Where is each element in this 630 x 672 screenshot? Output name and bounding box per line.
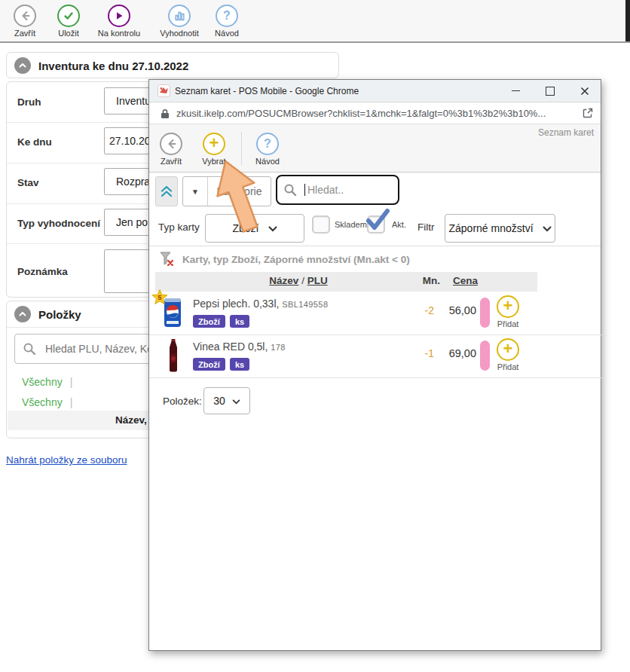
items-column-header: Název, — [115, 414, 147, 426]
popup-window: Seznam karet - POS Mobile - Google Chrom… — [148, 79, 601, 651]
main-toolbar: Zavřít Uložit Na kontrolu Vyhodnotit ? N… — [0, 0, 630, 43]
search-icon — [23, 342, 36, 356]
type-badge[interactable]: Zboží — [193, 315, 225, 328]
back-arrow-icon — [160, 133, 182, 155]
lock-icon — [161, 108, 170, 122]
product-name: Pepsi plech. 0,33l, SBL149558 — [193, 298, 328, 310]
sort-by-name[interactable]: Název — [269, 275, 298, 286]
stav-label: Stav — [17, 177, 39, 188]
filter-all-link-1[interactable]: Všechny — [22, 376, 63, 388]
popup-urlbar[interactable]: zkusit.ikelp.com/POSUCMBrowser?chklist=1… — [149, 102, 601, 124]
quantity-value: -2 — [405, 304, 434, 316]
maximize-button[interactable] — [537, 80, 564, 102]
question-icon: ? — [256, 133, 279, 155]
page-label: Seznam karet — [538, 127, 594, 138]
add-label: Přidat — [491, 319, 525, 328]
minimize-button[interactable] — [502, 80, 529, 102]
play-icon — [108, 5, 130, 27]
active-checkbox[interactable] — [367, 215, 385, 234]
bar-chart-icon — [168, 5, 191, 27]
price-value: 56,00 — [439, 304, 476, 316]
url-text: zkusit.ikelp.com/POSUCMBrowser?chklist=1… — [176, 108, 546, 119]
inventory-header-card: Inventura ke dnu 27.10.2022 — [6, 52, 339, 78]
vinea-bottle-image — [167, 339, 179, 376]
window-edge — [625, 0, 630, 41]
price-value: 69,00 — [439, 347, 476, 359]
add-label: Přidat — [491, 362, 525, 371]
filter-select[interactable]: Záporné množství — [445, 214, 555, 243]
chevron-down-icon — [268, 222, 277, 234]
popup-close-button[interactable]: Zavřít — [154, 133, 188, 166]
popup-app-toolbar: Seznam karet Zavřít + Vybrat ? Návod — [149, 124, 601, 173]
sort-by-plu[interactable]: PLU — [307, 275, 328, 286]
list-header: Karty, typ Zboží, Záporné množství (Mn.a… — [182, 254, 410, 265]
category-dropdown[interactable]: ▼ Kategorie — [182, 176, 271, 206]
text-cursor — [304, 184, 305, 196]
page-title: Inventura ke dnu 27.10.2022 — [38, 60, 188, 72]
ke-dnu-label: Ke dnu — [17, 136, 52, 148]
page-size-label: Položek: — [163, 396, 202, 407]
chevron-down-icon — [232, 395, 240, 407]
product-row[interactable]: 5 Pepsi plech. 0,33l, SBL149558 Zboží ks… — [149, 292, 602, 335]
table-header: Název / PLU Mn. Cena — [155, 272, 537, 292]
question-icon: ? — [216, 5, 238, 27]
collapse-icon[interactable] — [14, 306, 31, 322]
sort-by-price[interactable]: Cena — [453, 275, 478, 286]
popup-search[interactable] — [276, 175, 399, 205]
check-icon — [57, 5, 80, 27]
plus-icon: + — [503, 298, 513, 314]
star-badge: 5 — [151, 289, 169, 310]
plus-icon: + — [503, 341, 513, 357]
items-title: Položky — [38, 308, 81, 321]
quantity-indicator — [480, 298, 490, 328]
chevron-down-icon — [543, 222, 552, 234]
save-button[interactable]: Uložit — [50, 5, 87, 38]
popup-help-button[interactable]: ? Návod — [250, 133, 285, 166]
double-chevron-up-icon — [160, 184, 173, 199]
in-stock-checkbox[interactable] — [312, 215, 330, 234]
popup-titlebar[interactable]: Seznam karet - POS Mobile - Google Chrom… — [149, 80, 601, 102]
collapse-filters-button[interactable] — [155, 176, 178, 206]
product-row[interactable]: Vinea RED 0,5l, 178 Zboží ks -1 69,00 + … — [149, 334, 602, 378]
collapse-icon[interactable] — [14, 57, 31, 74]
svg-text:5: 5 — [158, 294, 161, 301]
type-badge[interactable]: Zboží — [193, 358, 225, 371]
filter-funnel-icon[interactable] — [158, 250, 175, 270]
evaluate-button[interactable]: Vyhodnotit — [157, 5, 202, 38]
popup-search-input[interactable] — [306, 183, 392, 197]
product-code: 178 — [271, 343, 286, 352]
type-select[interactable]: Zboží — [205, 214, 304, 243]
filter-all-link-2[interactable]: Všechny — [22, 396, 63, 408]
back-arrow-icon — [14, 5, 36, 27]
druh-label: Druh — [17, 96, 41, 108]
quantity-value: -1 — [405, 347, 434, 359]
active-label: Akt. — [392, 220, 406, 229]
product-name: Vinea RED 0,5l, 178 — [193, 341, 286, 353]
type-label: Typ karty — [158, 221, 200, 233]
dropdown-arrow-icon: ▼ — [183, 177, 208, 206]
unit-badge[interactable]: ks — [230, 358, 249, 371]
quantity-indicator — [480, 341, 490, 371]
close-button[interactable]: Zavřít — [8, 5, 42, 38]
select-button[interactable]: + Vybrat — [196, 133, 232, 166]
plus-icon: + — [203, 133, 225, 155]
add-item-button[interactable]: + — [497, 295, 519, 318]
poznamka-label: Poznámka — [17, 266, 68, 277]
search-icon — [283, 183, 297, 197]
typ-vyhodnoceni-label: Typ vyhodnocení — [17, 218, 100, 229]
screen: Zavřít Uložit Na kontrolu Vyhodnotit ? N… — [0, 0, 630, 672]
add-item-button[interactable]: + — [497, 338, 519, 361]
upload-items-link[interactable]: Nahrát položky ze souboru — [6, 454, 127, 466]
in-stock-label: Skladem — [335, 220, 367, 229]
unit-badge[interactable]: ks — [230, 315, 249, 328]
close-window-button[interactable] — [571, 80, 598, 102]
filter-label: Filtr — [417, 221, 435, 233]
page-size-select[interactable]: 30 — [203, 387, 250, 414]
help-button[interactable]: ? Návod — [209, 5, 244, 38]
popup-title: Seznam karet - POS Mobile - Google Chrom… — [175, 86, 359, 96]
favicon — [158, 84, 170, 100]
open-in-new-icon[interactable] — [583, 108, 593, 121]
qty-column-header: Mn. — [415, 275, 440, 286]
product-code: SBL149558 — [282, 300, 328, 309]
to-check-button[interactable]: Na kontrolu — [95, 5, 143, 38]
